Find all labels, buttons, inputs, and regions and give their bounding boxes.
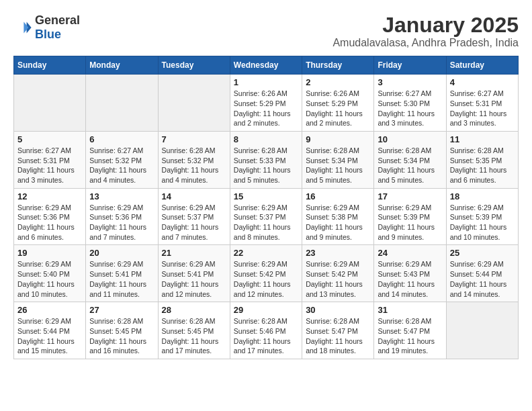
- calendar-cell: 12Sunrise: 6:29 AM Sunset: 5:36 PM Dayli…: [14, 188, 86, 245]
- day-info: Sunrise: 6:28 AM Sunset: 5:47 PM Dayligh…: [306, 316, 370, 356]
- calendar-cell: 17Sunrise: 6:29 AM Sunset: 5:39 PM Dayli…: [374, 188, 446, 245]
- day-info: Sunrise: 6:29 AM Sunset: 5:42 PM Dayligh…: [234, 259, 298, 299]
- day-info: Sunrise: 6:29 AM Sunset: 5:37 PM Dayligh…: [234, 203, 298, 242]
- day-number: 29: [234, 305, 298, 315]
- calendar-cell: 26Sunrise: 6:29 AM Sunset: 5:44 PM Dayli…: [14, 302, 86, 359]
- day-info: Sunrise: 6:29 AM Sunset: 5:41 PM Dayligh…: [162, 259, 226, 299]
- logo-text: General Blue: [35, 13, 80, 42]
- calendar-cell: 11Sunrise: 6:28 AM Sunset: 5:35 PM Dayli…: [446, 131, 518, 188]
- location-title: Amudalavalasa, Andhra Pradesh, India: [332, 37, 519, 49]
- calendar-cell: 30Sunrise: 6:28 AM Sunset: 5:47 PM Dayli…: [302, 302, 374, 359]
- day-number: 5: [17, 134, 82, 144]
- calendar-week-row: 26Sunrise: 6:29 AM Sunset: 5:44 PM Dayli…: [14, 302, 519, 359]
- day-info: Sunrise: 6:29 AM Sunset: 5:39 PM Dayligh…: [450, 203, 515, 242]
- calendar-cell: 24Sunrise: 6:29 AM Sunset: 5:43 PM Dayli…: [374, 245, 446, 302]
- calendar-cell: [446, 302, 518, 359]
- day-info: Sunrise: 6:29 AM Sunset: 5:39 PM Dayligh…: [378, 203, 442, 242]
- calendar-cell: 27Sunrise: 6:28 AM Sunset: 5:45 PM Dayli…: [86, 302, 158, 359]
- day-info: Sunrise: 6:28 AM Sunset: 5:46 PM Dayligh…: [234, 316, 298, 356]
- day-number: 22: [234, 248, 298, 258]
- calendar-cell: 13Sunrise: 6:29 AM Sunset: 5:36 PM Dayli…: [86, 188, 158, 245]
- calendar-cell: 10Sunrise: 6:28 AM Sunset: 5:34 PM Dayli…: [374, 131, 446, 188]
- calendar-cell: 14Sunrise: 6:29 AM Sunset: 5:37 PM Dayli…: [158, 188, 230, 245]
- day-info: Sunrise: 6:28 AM Sunset: 5:45 PM Dayligh…: [162, 316, 226, 356]
- calendar-cell: 5Sunrise: 6:27 AM Sunset: 5:31 PM Daylig…: [14, 131, 86, 188]
- calendar-cell: 21Sunrise: 6:29 AM Sunset: 5:41 PM Dayli…: [158, 245, 230, 302]
- day-info: Sunrise: 6:27 AM Sunset: 5:31 PM Dayligh…: [17, 146, 82, 185]
- calendar-cell: [158, 75, 230, 132]
- day-header-thursday: Thursday: [302, 56, 374, 75]
- month-title: January 2025: [332, 13, 519, 37]
- logo-icon: [13, 18, 32, 37]
- day-info: Sunrise: 6:29 AM Sunset: 5:37 PM Dayligh…: [162, 203, 226, 242]
- calendar-cell: 9Sunrise: 6:28 AM Sunset: 5:34 PM Daylig…: [302, 131, 374, 188]
- calendar-cell: 22Sunrise: 6:29 AM Sunset: 5:42 PM Dayli…: [230, 245, 302, 302]
- calendar-cell: 25Sunrise: 6:29 AM Sunset: 5:44 PM Dayli…: [446, 245, 518, 302]
- day-info: Sunrise: 6:27 AM Sunset: 5:31 PM Dayligh…: [450, 89, 515, 128]
- day-info: Sunrise: 6:28 AM Sunset: 5:45 PM Dayligh…: [89, 316, 154, 356]
- day-number: 10: [378, 134, 442, 144]
- day-number: 6: [89, 134, 154, 144]
- calendar-cell: 16Sunrise: 6:29 AM Sunset: 5:38 PM Dayli…: [302, 188, 374, 245]
- day-number: 23: [306, 248, 370, 258]
- day-number: 17: [378, 191, 442, 201]
- logo-blue: Blue: [35, 28, 80, 42]
- day-header-friday: Friday: [374, 56, 446, 75]
- calendar-week-row: 1Sunrise: 6:26 AM Sunset: 5:29 PM Daylig…: [14, 75, 519, 132]
- day-info: Sunrise: 6:26 AM Sunset: 5:29 PM Dayligh…: [306, 89, 370, 128]
- logo-general: General: [35, 13, 80, 28]
- day-info: Sunrise: 6:29 AM Sunset: 5:36 PM Dayligh…: [89, 203, 154, 242]
- day-number: 18: [450, 191, 515, 201]
- day-info: Sunrise: 6:29 AM Sunset: 5:38 PM Dayligh…: [306, 203, 370, 242]
- day-header-monday: Monday: [86, 56, 158, 75]
- day-number: 7: [162, 134, 226, 144]
- day-number: 16: [306, 191, 370, 201]
- calendar-cell: 8Sunrise: 6:28 AM Sunset: 5:33 PM Daylig…: [230, 131, 302, 188]
- day-number: 24: [378, 248, 442, 258]
- day-header-wednesday: Wednesday: [230, 56, 302, 75]
- day-number: 9: [306, 134, 370, 144]
- day-info: Sunrise: 6:29 AM Sunset: 5:44 PM Dayligh…: [17, 316, 82, 356]
- calendar-table: SundayMondayTuesdayWednesdayThursdayFrid…: [13, 56, 519, 359]
- day-number: 1: [234, 77, 298, 87]
- calendar-cell: 28Sunrise: 6:28 AM Sunset: 5:45 PM Dayli…: [158, 302, 230, 359]
- page-header: General Blue January 2025 Amudalavalasa,…: [13, 13, 519, 49]
- day-number: 4: [450, 77, 515, 87]
- calendar-cell: 3Sunrise: 6:27 AM Sunset: 5:30 PM Daylig…: [374, 75, 446, 132]
- calendar-cell: 23Sunrise: 6:29 AM Sunset: 5:42 PM Dayli…: [302, 245, 374, 302]
- day-number: 28: [162, 305, 226, 315]
- day-number: 14: [162, 191, 226, 201]
- logo: General Blue: [13, 13, 80, 42]
- day-number: 13: [89, 191, 154, 201]
- day-number: 11: [450, 134, 515, 144]
- day-info: Sunrise: 6:28 AM Sunset: 5:34 PM Dayligh…: [378, 146, 442, 185]
- day-number: 21: [162, 248, 226, 258]
- day-info: Sunrise: 6:28 AM Sunset: 5:35 PM Dayligh…: [450, 146, 515, 185]
- day-info: Sunrise: 6:29 AM Sunset: 5:42 PM Dayligh…: [306, 259, 370, 299]
- calendar-week-row: 12Sunrise: 6:29 AM Sunset: 5:36 PM Dayli…: [14, 188, 519, 245]
- calendar-header-row: SundayMondayTuesdayWednesdayThursdayFrid…: [14, 56, 519, 75]
- day-number: 26: [17, 305, 82, 315]
- calendar-cell: [86, 75, 158, 132]
- day-header-tuesday: Tuesday: [158, 56, 230, 75]
- day-header-sunday: Sunday: [14, 56, 86, 75]
- day-number: 8: [234, 134, 298, 144]
- day-number: 19: [17, 248, 82, 258]
- day-number: 30: [306, 305, 370, 315]
- day-number: 31: [378, 305, 442, 315]
- calendar-week-row: 5Sunrise: 6:27 AM Sunset: 5:31 PM Daylig…: [14, 131, 519, 188]
- day-info: Sunrise: 6:29 AM Sunset: 5:44 PM Dayligh…: [450, 259, 515, 299]
- calendar-cell: 18Sunrise: 6:29 AM Sunset: 5:39 PM Dayli…: [446, 188, 518, 245]
- calendar-cell: 1Sunrise: 6:26 AM Sunset: 5:29 PM Daylig…: [230, 75, 302, 132]
- calendar-cell: 19Sunrise: 6:29 AM Sunset: 5:40 PM Dayli…: [14, 245, 86, 302]
- calendar-cell: 7Sunrise: 6:28 AM Sunset: 5:32 PM Daylig…: [158, 131, 230, 188]
- calendar-week-row: 19Sunrise: 6:29 AM Sunset: 5:40 PM Dayli…: [14, 245, 519, 302]
- day-number: 12: [17, 191, 82, 201]
- day-info: Sunrise: 6:29 AM Sunset: 5:43 PM Dayligh…: [378, 259, 442, 299]
- day-number: 27: [89, 305, 154, 315]
- day-header-saturday: Saturday: [446, 56, 518, 75]
- calendar-cell: [14, 75, 86, 132]
- calendar-cell: 4Sunrise: 6:27 AM Sunset: 5:31 PM Daylig…: [446, 75, 518, 132]
- day-info: Sunrise: 6:27 AM Sunset: 5:32 PM Dayligh…: [89, 146, 154, 185]
- title-section: January 2025 Amudalavalasa, Andhra Prade…: [332, 13, 519, 49]
